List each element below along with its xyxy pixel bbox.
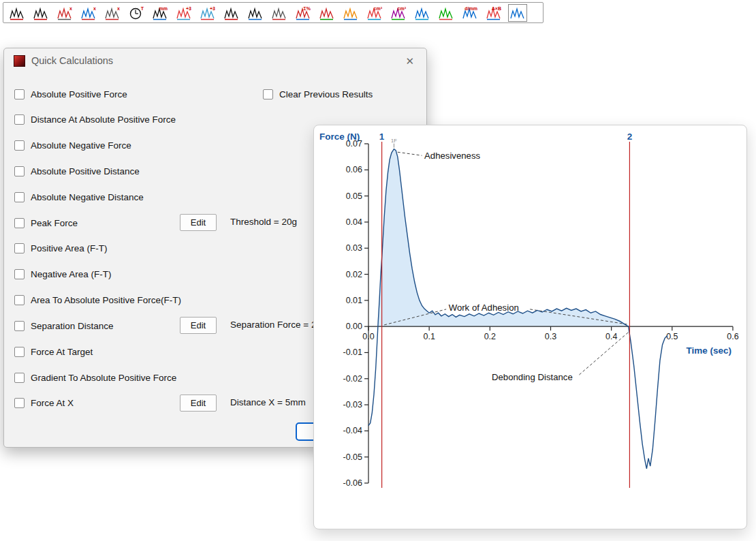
trend-markers-icon[interactable]	[271, 5, 287, 20]
checkbox-label: Force At X	[31, 398, 74, 408]
app-icon	[14, 55, 25, 67]
edit-button-peak-force[interactable]: Edit	[180, 214, 217, 231]
checkbox-peak-force[interactable]	[14, 218, 25, 228]
volume-cm3-icon[interactable]: cm³	[366, 5, 383, 20]
y-tick-label: -0.03	[343, 400, 363, 409]
param-peak-force: Threshold = 20g	[230, 217, 297, 227]
svg-text:cm³: cm³	[398, 6, 407, 11]
average-x-icon[interactable]: x	[80, 5, 97, 20]
checkbox-label: Negative Area (F-T)	[31, 269, 112, 279]
checkbox-positive-area-f-t[interactable]	[14, 243, 25, 253]
divide-x-icon[interactable]: x	[104, 5, 121, 20]
multi-waveform-icon[interactable]	[438, 5, 454, 20]
svg-text:mm: mm	[159, 6, 168, 11]
checkbox-absolute-positive-distance[interactable]	[14, 166, 25, 176]
checkbox-clear-previous-results[interactable]	[263, 89, 273, 99]
offset-plus3-icon[interactable]: +3	[200, 5, 216, 20]
checkbox-label: Peak Force	[31, 218, 78, 228]
checkbox-label: Force At Target	[31, 347, 93, 357]
annotation-work-of-adhesion: Work of Adhesion	[449, 303, 519, 313]
checkbox-force-at-x[interactable]	[14, 398, 25, 408]
svg-text:Σ%: Σ%	[304, 6, 311, 11]
svg-text:d/mm: d/mm	[464, 6, 477, 11]
marker-label-2: 2	[627, 132, 633, 142]
svg-text:A×B: A×B	[492, 6, 501, 11]
chart-svg: 0.070.060.050.040.030.020.010.00-0.01-0.…	[314, 125, 746, 529]
checkbox-absolute-positive-force[interactable]	[14, 89, 25, 99]
checkbox-label: Distance At Absolute Positive Force	[31, 114, 176, 125]
svg-text:x: x	[69, 6, 72, 11]
distance-d-mm-icon[interactable]: d/mm	[462, 5, 478, 20]
svg-text:+3: +3	[186, 6, 191, 11]
multiply-ab-icon[interactable]: A×B	[486, 5, 502, 20]
screen: xxxTmm+3+3Σ%cm³cm³d/mmA×B Quick Calculat…	[0, 0, 756, 541]
y-tick-label: 0.01	[346, 296, 362, 305]
checkbox-label: Clear Previous Results	[279, 89, 373, 99]
smooth-plus3-icon[interactable]: +3	[176, 5, 192, 20]
checkbox-area-to-absolute-positive-force-f-t[interactable]	[14, 295, 25, 305]
annotation-debonding-distance: Debonding Distance	[492, 372, 573, 382]
y-tick-label: 0.05	[346, 191, 362, 201]
chart-window: 0.070.060.050.040.030.020.010.00-0.01-0.…	[313, 125, 747, 529]
y-tick-label: -0.02	[343, 374, 363, 384]
leader-adhesiveness	[398, 152, 422, 155]
peak-marks-alt-icon[interactable]	[33, 5, 49, 20]
checkbox-force-at-target[interactable]	[14, 347, 25, 357]
dual-threshold-bars-icon[interactable]	[247, 5, 264, 20]
checkbox-label: Absolute Positive Distance	[31, 166, 140, 176]
positive-area-fill	[378, 149, 629, 326]
statistics-sigma-icon[interactable]: Σ%	[295, 5, 311, 20]
param-separation-distance: Separation Force = 2	[230, 320, 316, 330]
y-tick-label: -0.04	[343, 426, 363, 435]
y-tick-label: -0.05	[343, 452, 363, 462]
checkbox-label: Absolute Negative Distance	[31, 192, 144, 202]
checkbox-negative-area-f-t[interactable]	[14, 269, 25, 279]
dialog-titlebar: Quick Calculations ✕	[4, 48, 426, 73]
y-tick-label: 0.00	[346, 322, 362, 331]
edit-button-force-at-x[interactable]: Edit	[180, 395, 217, 412]
y-tick-label: -0.06	[343, 478, 363, 488]
x-tick-label: 0.1	[423, 332, 435, 341]
time-icon[interactable]: T	[128, 5, 144, 20]
checkbox-label: Gradient To Absolute Positive Force	[31, 373, 176, 383]
x-tick-label: 0.5	[666, 332, 678, 341]
gradient-x-icon[interactable]: x	[57, 5, 73, 20]
checkbox-label: Absolute Positive Force	[31, 89, 127, 99]
toolbar: xxxTmm+3+3Σ%cm³cm³d/mmA×B	[3, 2, 544, 23]
spline-icon[interactable]	[509, 5, 526, 20]
calc-row-clear-previous-results: Clear Previous Results	[263, 87, 668, 101]
checkbox-label: Positive Area (F-T)	[31, 243, 108, 253]
oscillation-icon[interactable]	[343, 5, 359, 20]
y-tick-label: 0.06	[346, 165, 362, 174]
checkbox-label: Absolute Negative Force	[31, 140, 131, 151]
close-icon[interactable]: ✕	[403, 55, 417, 67]
y-tick-label: 0.03	[346, 243, 362, 253]
threshold-bars-icon[interactable]	[223, 5, 240, 20]
x-tick-label: 0.3	[545, 332, 556, 341]
checkbox-separation-distance[interactable]	[14, 321, 25, 331]
x-tick-label: 0.4	[605, 332, 617, 341]
peak-marks-icon[interactable]	[9, 5, 25, 20]
leader-debonding-distance	[579, 333, 628, 375]
x-tick-label: 0.2	[484, 332, 496, 341]
checkbox-absolute-negative-distance[interactable]	[14, 192, 25, 202]
svg-text:x: x	[93, 6, 96, 11]
marker-label-1: 1	[379, 132, 385, 142]
event-markers-icon[interactable]	[319, 5, 335, 20]
param-force-at-x: Distance X = 5mm	[230, 397, 306, 407]
edit-button-separation-distance[interactable]: Edit	[180, 317, 217, 334]
checkbox-label: Separation Distance	[31, 321, 114, 331]
distance-mm-icon[interactable]: mm	[152, 5, 168, 20]
svg-text:cm³: cm³	[374, 6, 383, 11]
svg-text:+3: +3	[210, 6, 215, 11]
checkbox-absolute-negative-force[interactable]	[14, 140, 25, 151]
x-tick-label: 0.0	[362, 332, 374, 341]
x-axis-title: Time (sec)	[686, 345, 731, 356]
percent-cm3-icon[interactable]: cm³	[390, 5, 407, 20]
peak-marker-label: 1F	[391, 138, 397, 144]
svg-text:T: T	[141, 6, 144, 11]
checkbox-gradient-to-absolute-positive-force[interactable]	[14, 373, 25, 383]
y-axis-title: Force (N)	[319, 132, 360, 142]
checkbox-distance-at-absolute-positive-force[interactable]	[14, 114, 25, 125]
waveform-blue-icon[interactable]	[414, 5, 430, 20]
